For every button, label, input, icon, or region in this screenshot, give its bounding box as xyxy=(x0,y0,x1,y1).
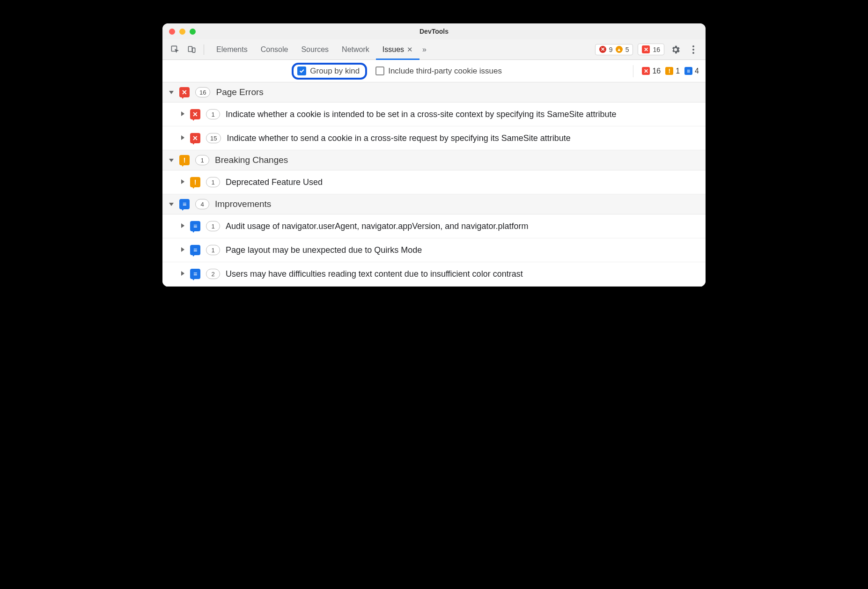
issue-row[interactable]: ≡ 1 Audit usage of navigator.userAgent, … xyxy=(162,214,706,238)
svg-rect-1 xyxy=(188,46,192,52)
warning-bubble-icon: ! xyxy=(665,67,673,75)
issue-row[interactable]: ≡ 1 Page layout may be unexpected due to… xyxy=(162,238,706,262)
svg-rect-2 xyxy=(192,48,195,52)
error-count: 9 xyxy=(609,46,613,53)
kebab-menu-button[interactable] xyxy=(687,43,700,56)
issue-title: Page layout may be unexpected due to Qui… xyxy=(226,244,699,256)
issue-count: 16 xyxy=(653,46,660,53)
chevron-right-icon xyxy=(181,111,184,116)
group-head-page-errors[interactable]: ✕ 16 Page Errors xyxy=(162,82,706,103)
issues-filter-bar: Group by kind Include third-party cookie… xyxy=(162,60,706,82)
error-bubble-icon: ✕ xyxy=(190,133,200,143)
issue-kind-counts: ✕ 16 ! 1 ≡ 4 xyxy=(642,67,699,75)
info-bubble-icon: ≡ xyxy=(684,67,692,75)
tab-elements[interactable]: Elements xyxy=(210,39,254,60)
issue-count: 2 xyxy=(206,269,220,279)
group-by-kind-checkbox[interactable] xyxy=(297,66,306,75)
group-label: Breaking Changes xyxy=(215,155,288,165)
issue-title: Indicate whether a cookie is intended to… xyxy=(226,108,699,120)
info-bubble-icon: ≡ xyxy=(179,199,190,209)
traffic-lights xyxy=(169,29,196,35)
warn-count: 5 xyxy=(625,46,629,53)
issue-count: 15 xyxy=(206,133,221,143)
chevron-down-icon xyxy=(169,159,174,162)
group-by-kind-label: Group by kind xyxy=(310,66,360,76)
minimize-window-button[interactable] xyxy=(179,29,185,35)
info-bubble-icon: ≡ xyxy=(190,245,200,255)
issue-error-icon: ✕ xyxy=(642,45,650,53)
error-icon: ✕ xyxy=(599,46,606,53)
toolbar-right: ✕ 9 ▲ 5 ✕ 16 xyxy=(595,43,700,56)
issue-count: 1 xyxy=(206,177,220,187)
chevron-right-icon xyxy=(181,135,184,140)
tabstrip: Elements Console Sources Network Issues … xyxy=(210,39,591,60)
info-bubble-icon: ≡ xyxy=(190,269,200,279)
toolbar-divider xyxy=(204,44,204,55)
group-head-breaking-changes[interactable]: ! 1 Breaking Changes xyxy=(162,150,706,170)
close-tab-icon[interactable]: ✕ xyxy=(407,45,413,54)
issues-badge[interactable]: ✕ 16 xyxy=(638,44,664,55)
issue-count: 1 xyxy=(206,221,220,231)
error-kind-count[interactable]: ✕ 16 xyxy=(642,67,661,75)
issue-row[interactable]: ≡ 2 Users may have difficulties reading … xyxy=(162,262,706,286)
tab-sources[interactable]: Sources xyxy=(294,39,335,60)
issue-title: Audit usage of navigator.userAgent, navi… xyxy=(226,220,699,232)
tab-network[interactable]: Network xyxy=(335,39,376,60)
warning-bubble-icon: ! xyxy=(190,177,200,187)
chevron-right-icon xyxy=(181,247,184,252)
issue-row[interactable]: ! 1 Deprecated Feature Used xyxy=(162,170,706,194)
issue-row[interactable]: ✕ 1 Indicate whether a cookie is intende… xyxy=(162,103,706,126)
devtools-window: DevTools Elements Console Sources Networ… xyxy=(162,23,706,287)
issue-count: 1 xyxy=(206,245,220,255)
inspect-element-button[interactable] xyxy=(168,43,181,56)
error-bubble-icon: ✕ xyxy=(179,87,190,97)
group-count: 16 xyxy=(195,87,210,97)
issues-list: ✕ 16 Page Errors ✕ 1 Indicate whether a … xyxy=(162,82,706,287)
group-label: Improvements xyxy=(215,199,271,209)
include-3p-cookie-group[interactable]: Include third-party cookie issues xyxy=(375,66,502,76)
group-head-improvements[interactable]: ≡ 4 Improvements xyxy=(162,194,706,214)
fullscreen-window-button[interactable] xyxy=(190,29,196,35)
issue-title: Users may have difficulties reading text… xyxy=(226,268,699,280)
subbar-divider xyxy=(633,65,633,77)
titlebar: DevTools xyxy=(162,23,706,39)
tab-issues[interactable]: Issues ✕ xyxy=(376,39,419,60)
warning-bubble-icon: ! xyxy=(179,155,190,165)
include-3p-cookie-checkbox[interactable] xyxy=(375,66,384,75)
warning-icon: ▲ xyxy=(616,46,623,53)
info-kind-count[interactable]: ≡ 4 xyxy=(684,67,699,75)
issue-row[interactable]: ✕ 15 Indicate whether to send a cookie i… xyxy=(162,126,706,150)
chevron-down-icon xyxy=(169,203,174,206)
more-tabs-button[interactable]: » xyxy=(419,45,429,54)
window-title: DevTools xyxy=(162,28,706,35)
issue-count: 1 xyxy=(206,109,220,119)
group-count: 4 xyxy=(195,199,209,209)
main-toolbar: Elements Console Sources Network Issues … xyxy=(162,39,706,60)
group-by-kind-highlight: Group by kind xyxy=(292,63,367,80)
chevron-down-icon xyxy=(169,91,174,94)
settings-button[interactable] xyxy=(669,43,682,56)
chevron-right-icon xyxy=(181,271,184,276)
issue-title: Indicate whether to send a cookie in a c… xyxy=(227,132,699,144)
error-bubble-icon: ✕ xyxy=(190,109,200,119)
close-window-button[interactable] xyxy=(169,29,175,35)
group-count: 1 xyxy=(195,155,209,165)
error-bubble-icon: ✕ xyxy=(642,67,650,75)
chevron-right-icon xyxy=(181,179,184,184)
include-3p-cookie-label: Include third-party cookie issues xyxy=(388,66,502,76)
issue-title: Deprecated Feature Used xyxy=(226,176,699,188)
info-bubble-icon: ≡ xyxy=(190,221,200,231)
group-label: Page Errors xyxy=(216,87,263,97)
tab-console[interactable]: Console xyxy=(254,39,295,60)
device-mode-button[interactable] xyxy=(185,43,198,56)
warning-kind-count[interactable]: ! 1 xyxy=(665,67,680,75)
chevron-right-icon xyxy=(181,223,184,228)
console-errors-warnings[interactable]: ✕ 9 ▲ 5 xyxy=(595,44,633,55)
